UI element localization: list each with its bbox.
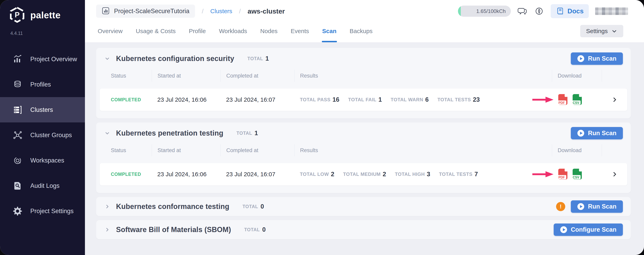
credits-value: 1.65/100kCh	[476, 8, 506, 14]
svg-text:CSV: CSV	[573, 176, 580, 179]
collapse-chevron-down-icon[interactable]	[104, 130, 110, 136]
chat-feedback-button[interactable]	[517, 6, 528, 16]
svg-text:CSV: CSV	[573, 101, 580, 104]
completed-at-value: 23 Jul 2024, 16:07	[220, 96, 294, 103]
orbit-icon	[13, 156, 22, 165]
cluster-tabs-bar: Overview Usage & Costs Profile Workloads…	[85, 20, 644, 42]
app-version: 4.4.11	[0, 24, 85, 36]
sidebar-item-workspaces[interactable]: Workspaces	[0, 148, 85, 173]
tab-nodes[interactable]: Nodes	[260, 20, 278, 42]
bar-chart-icon	[13, 54, 22, 64]
tab-profile[interactable]: Profile	[189, 20, 206, 42]
download-cell: PDF CSV	[552, 94, 602, 106]
column-actions	[602, 144, 627, 156]
sidebar: P palette 4.4.11 Project Overview	[0, 0, 85, 255]
run-scan-button[interactable]: Run Scan	[571, 200, 623, 213]
section-title: Software Bill of Materials (SBOM)	[116, 226, 231, 234]
settings-dropdown-button[interactable]: Settings	[580, 25, 623, 37]
play-icon	[577, 55, 584, 62]
stat-total-pass: TOTAL PASS16	[300, 96, 339, 103]
section-total: TOTAL 1	[248, 55, 269, 62]
user-menu-redacted[interactable]	[595, 8, 628, 15]
topbar-actions: 1.65/100kCh	[458, 4, 628, 18]
stat-total-medium: TOTAL MEDIUM2	[343, 171, 386, 178]
column-completed-at: Completed at	[220, 70, 294, 82]
network-nodes-icon	[13, 130, 22, 140]
collapse-chevron-down-icon[interactable]	[104, 56, 110, 62]
column-completed-at: Completed at	[220, 144, 294, 156]
column-status: Status	[111, 70, 152, 82]
sidebar-item-audit-logs[interactable]: Audit Logs	[0, 173, 85, 198]
sidebar-item-cluster-groups[interactable]: Cluster Groups	[0, 122, 85, 148]
collapse-chevron-right-icon[interactable]	[104, 203, 110, 210]
scan-result-row: COMPLETED 23 Jul 2024, 16:06 23 Jul 2024…	[100, 88, 627, 111]
stat-total-tests: TOTAL TESTS7	[439, 171, 478, 178]
breadcrumb-separator: /	[202, 8, 204, 15]
scan-result-row: COMPLETED 23 Jul 2024, 16:06 23 Jul 2024…	[100, 163, 627, 186]
breadcrumb-clusters-link[interactable]: Clusters	[210, 8, 232, 14]
section-sbom: Software Bill of Materials (SBOM) TOTAL …	[96, 220, 631, 239]
tab-workloads[interactable]: Workloads	[219, 20, 247, 42]
run-scan-button[interactable]: Run Scan	[571, 127, 623, 139]
compass-explore-button[interactable]	[534, 6, 544, 16]
chevron-down-icon	[611, 28, 617, 34]
column-download: Download	[552, 70, 602, 82]
sidebar-item-profiles[interactable]: Profiles	[0, 72, 85, 97]
project-chart-icon	[102, 7, 110, 16]
play-icon	[577, 203, 584, 210]
configure-scan-button[interactable]: Configure Scan	[554, 224, 623, 236]
layers-stack-icon	[13, 80, 22, 89]
column-results: Results	[294, 144, 552, 156]
section-title: Kubernetes configuration security	[116, 54, 234, 63]
docs-label: Docs	[568, 8, 584, 15]
credits-usage-badge[interactable]: 1.65/100kCh	[458, 6, 511, 17]
app-window: P palette 4.4.11 Project Overview	[0, 0, 644, 255]
column-status: Status	[111, 144, 152, 156]
project-name: Project-ScaleSecureTutoria	[114, 8, 190, 15]
main-area: Project-ScaleSecureTutoria / Clusters / …	[85, 0, 644, 255]
section-total: TOTAL 0	[244, 226, 266, 233]
section-total: TOTAL 1	[236, 130, 258, 137]
cluster-tabs: Overview Usage & Costs Profile Workloads…	[98, 20, 373, 42]
tab-backups[interactable]: Backups	[350, 20, 373, 42]
status-badge: COMPLETED	[111, 172, 152, 177]
stat-total-fail: TOTAL FAIL1	[348, 96, 382, 103]
tab-events[interactable]: Events	[291, 20, 309, 42]
project-selector[interactable]: Project-ScaleSecureTutoria	[96, 4, 195, 18]
docs-button[interactable]: Docs	[551, 4, 589, 18]
started-at-value: 23 Jul 2024, 16:06	[152, 96, 220, 103]
tab-scan[interactable]: Scan	[322, 20, 336, 42]
sidebar-nav: Project Overview Profiles	[0, 46, 85, 224]
annotation-arrow-icon	[531, 170, 555, 178]
download-cell: PDF CSV	[552, 168, 602, 180]
stat-total-tests: TOTAL TESTS23	[438, 96, 480, 103]
stat-total-warn: TOTAL WARN6	[390, 96, 429, 103]
completed-at-value: 23 Jul 2024, 16:07	[220, 171, 294, 178]
sidebar-item-clusters[interactable]: Clusters	[0, 97, 85, 122]
column-started-at: Started at	[152, 70, 220, 82]
download-csv-icon[interactable]: CSV	[572, 94, 583, 106]
column-actions	[602, 70, 627, 82]
row-chevron-right-icon[interactable]	[611, 171, 618, 178]
section-conformance-testing: Kubernetes conformance testing TOTAL 0 !…	[96, 197, 631, 216]
section-header: Kubernetes configuration security TOTAL …	[100, 48, 627, 70]
download-csv-icon[interactable]: CSV	[572, 168, 583, 180]
tab-usage-costs[interactable]: Usage & Costs	[136, 20, 176, 42]
sidebar-item-project-settings[interactable]: Project Settings	[0, 198, 85, 224]
scan-content: Kubernetes configuration security TOTAL …	[85, 42, 644, 255]
sidebar-item-project-overview[interactable]: Project Overview	[0, 46, 85, 72]
column-results: Results	[294, 70, 552, 82]
run-scan-button[interactable]: Run Scan	[571, 52, 623, 65]
download-pdf-icon[interactable]: PDF	[557, 94, 569, 106]
svg-text:PDF: PDF	[558, 176, 565, 179]
sidebar-item-label: Workspaces	[30, 157, 64, 164]
warning-icon[interactable]: !	[556, 202, 565, 211]
download-pdf-icon[interactable]: PDF	[557, 168, 569, 180]
topbar: Project-ScaleSecureTutoria / Clusters / …	[85, 0, 644, 20]
breadcrumb-current-cluster: aws-cluster	[248, 8, 285, 15]
annotation-arrow-icon	[531, 96, 555, 104]
tab-overview[interactable]: Overview	[98, 20, 122, 42]
svg-text:P: P	[15, 11, 20, 19]
collapse-chevron-right-icon[interactable]	[104, 226, 110, 233]
row-chevron-right-icon[interactable]	[611, 96, 618, 103]
